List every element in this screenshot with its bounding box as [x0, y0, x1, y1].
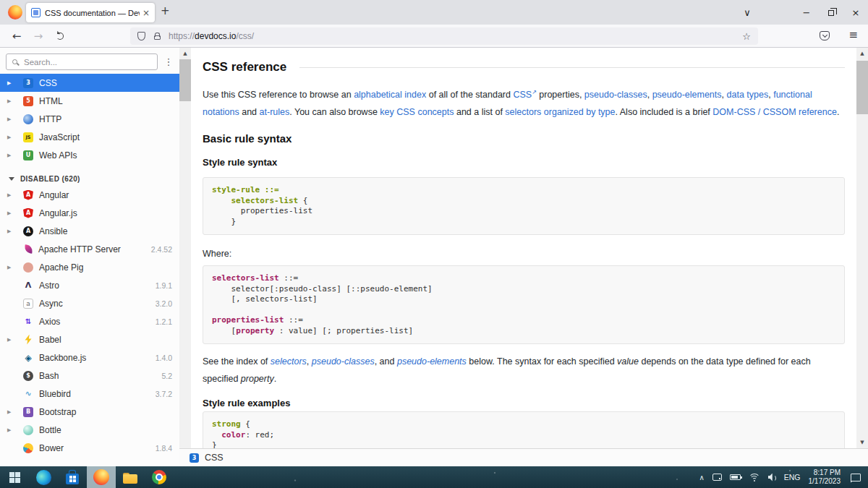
tab-close-icon[interactable]: × — [142, 8, 150, 18]
tracking-shield-icon[interactable] — [137, 32, 145, 40]
expand-icon[interactable]: ▶ — [7, 228, 19, 234]
link[interactable]: DOM-CSS / CSSOM reference — [712, 107, 837, 117]
expand-icon[interactable]: ▶ — [7, 192, 19, 198]
expand-icon[interactable]: ▶ — [7, 134, 19, 140]
search-input[interactable] — [22, 57, 157, 67]
scroll-up-icon[interactable]: ▲ — [856, 48, 868, 59]
sidebar-item-angular[interactable]: ▶Angular — [0, 186, 179, 204]
scroll-up-icon[interactable]: ▲ — [179, 48, 191, 59]
browser-tab[interactable]: CSS documentation — DevDocs × — [26, 3, 155, 22]
link[interactable]: CSS — [513, 90, 532, 100]
clock[interactable]: 8:17 PM 1/17/2023 — [809, 468, 841, 486]
speaker-icon[interactable] — [768, 474, 776, 481]
expand-icon[interactable]: ▶ — [7, 98, 19, 104]
sidebar-item-bottle[interactable]: ▶Bottle — [0, 421, 179, 439]
start-button[interactable] — [0, 466, 29, 488]
sidebar-scrollbar[interactable]: ▲ — [179, 48, 191, 448]
bookmark-star-icon[interactable]: ☆ — [742, 31, 751, 42]
path-bar[interactable]: CSS — [179, 448, 868, 466]
text: , and — [375, 356, 397, 367]
sidebar-item-javascript[interactable]: ▶JavaScript — [0, 128, 179, 146]
new-tab-button[interactable]: + — [161, 4, 170, 17]
link[interactable]: selectors organized by type — [505, 107, 615, 117]
link[interactable]: pseudo-classes — [312, 356, 375, 367]
link[interactable]: pseudo-elements — [652, 90, 722, 100]
sidebar-item-babel[interactable]: ▶Babel — [0, 330, 179, 348]
link[interactable]: selectors — [271, 356, 307, 367]
tray-chevron-icon[interactable]: ∧ — [699, 474, 704, 481]
sidebar-scroll-thumb[interactable] — [179, 59, 191, 101]
text: . — [274, 374, 276, 384]
link[interactable]: data types — [727, 90, 769, 100]
link[interactable]: key CSS concepts — [380, 107, 454, 117]
javascript-icon — [23, 132, 33, 142]
minimize-button[interactable]: − — [794, 7, 819, 18]
disabled-section-header[interactable]: DISABLED (620) — [0, 171, 179, 186]
expand-icon[interactable]: ▶ — [7, 337, 19, 343]
forward-button[interactable]: → — [27, 30, 49, 43]
sidebar-item-angularjs[interactable]: ▶Angular.js — [0, 204, 179, 222]
text: . You can also browse — [289, 107, 380, 117]
taskbar-explorer[interactable] — [116, 466, 145, 488]
reload-button[interactable] — [49, 30, 71, 42]
code-line: [property : value] [; properties-list] — [212, 326, 835, 337]
expand-icon[interactable]: ▶ — [7, 265, 19, 270]
babel-icon — [23, 335, 33, 345]
text: of all of the standard — [426, 90, 513, 100]
sidebar-item-bootstrap[interactable]: ▶Bootstrap — [0, 403, 179, 421]
sidebar-item-webapis[interactable]: ▶Web APIs — [0, 146, 179, 164]
sidebar-item-bluebird[interactable]: Bluebird3.7.2 — [0, 385, 179, 403]
notification-icon[interactable] — [851, 474, 861, 481]
sidebar-item-bash[interactable]: Bash5.2 — [0, 367, 179, 385]
sidebar-item-backbonejs[interactable]: Backbone.js1.4.0 — [0, 348, 179, 367]
language-indicator[interactable]: ENG — [784, 473, 801, 481]
sidebar-item-axios[interactable]: Axios1.2.1 — [0, 312, 179, 330]
link[interactable]: alphabetical index — [354, 90, 426, 100]
sidebar-item-apachepig[interactable]: ▶Apache Pig — [0, 258, 179, 276]
battery-icon[interactable] — [730, 474, 741, 480]
searchbox[interactable] — [6, 53, 158, 70]
taskbar-chrome[interactable] — [145, 466, 174, 488]
expand-icon[interactable]: ▶ — [7, 153, 19, 158]
code-block-selectors: selectors-list ::= selector[:pseudo-clas… — [203, 265, 845, 344]
menu-icon[interactable]: ≡ — [848, 28, 858, 41]
sidebar-item-css[interactable]: ▶CSS — [0, 74, 179, 92]
tab-title: CSS documentation — DevDocs — [45, 9, 140, 17]
close-button[interactable]: × — [843, 7, 868, 18]
sidebar-item-apachehttpserver[interactable]: Apache HTTP Server2.4.52 — [0, 240, 179, 258]
expand-icon[interactable]: ▶ — [7, 427, 19, 433]
taskbar-firefox[interactable] — [87, 466, 116, 488]
sidebar-item-html[interactable]: ▶HTML — [0, 92, 179, 110]
wifi-icon[interactable] — [749, 474, 760, 481]
expand-icon[interactable]: ▶ — [7, 116, 19, 122]
sidebar-menu-icon[interactable]: ⋮ — [161, 56, 176, 67]
main-scrollbar[interactable]: ▲ ▼ — [856, 48, 868, 448]
external-link-icon[interactable]: ↗ — [532, 89, 537, 95]
link[interactable]: pseudo-classes — [584, 90, 647, 100]
tablet-icon[interactable] — [712, 474, 722, 481]
style-rule-syntax-heading: Style rule syntax — [203, 157, 845, 168]
sidebar-item-bower[interactable]: Bower1.8.4 — [0, 439, 179, 457]
list-tabs-icon[interactable]: ∨ — [735, 7, 760, 18]
browser-tab-bar: CSS documentation — DevDocs × + ∨ − × — [0, 0, 868, 25]
sidebar-item-http[interactable]: ▶HTTP — [0, 110, 179, 128]
firefox-icon[interactable] — [8, 5, 22, 20]
expand-icon[interactable]: ▶ — [7, 409, 19, 415]
expand-icon[interactable]: ▶ — [7, 210, 19, 216]
expand-icon[interactable]: ▶ — [7, 80, 19, 86]
back-button[interactable]: ← — [6, 30, 27, 43]
sidebar-item-astro[interactable]: Astro1.9.1 — [0, 276, 179, 294]
taskbar-edge[interactable] — [29, 466, 58, 488]
restore-button[interactable] — [819, 7, 843, 18]
sidebar-item-async[interactable]: Async3.2.0 — [0, 294, 179, 312]
html-icon — [23, 96, 33, 106]
pocket-icon[interactable] — [820, 31, 830, 40]
link[interactable]: at-rules — [260, 107, 290, 117]
disabled-section-label: DISABLED (620) — [20, 175, 80, 183]
scroll-down-icon[interactable]: ▼ — [856, 437, 868, 448]
url-bar[interactable]: https://devdocs.io/css/ ☆ — [130, 27, 758, 45]
link[interactable]: pseudo-elements — [397, 356, 467, 367]
main-scroll-thumb[interactable] — [856, 61, 868, 114]
sidebar-item-ansible[interactable]: ▶Ansible — [0, 222, 179, 240]
taskbar-store[interactable] — [58, 466, 87, 488]
